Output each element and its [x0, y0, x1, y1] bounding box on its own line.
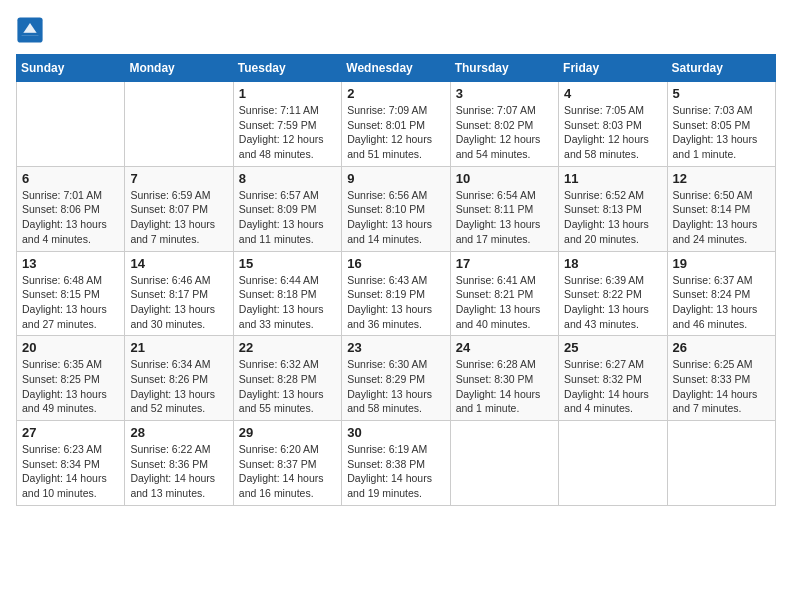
day-number: 10	[456, 171, 553, 186]
calendar-day-cell: 26Sunrise: 6:25 AM Sunset: 8:33 PM Dayli…	[667, 336, 775, 421]
svg-rect-2	[22, 33, 39, 36]
day-info: Sunrise: 6:57 AM Sunset: 8:09 PM Dayligh…	[239, 188, 336, 247]
day-number: 27	[22, 425, 119, 440]
day-info: Sunrise: 6:19 AM Sunset: 8:38 PM Dayligh…	[347, 442, 444, 501]
day-number: 8	[239, 171, 336, 186]
calendar-day-cell: 2Sunrise: 7:09 AM Sunset: 8:01 PM Daylig…	[342, 82, 450, 167]
day-number: 20	[22, 340, 119, 355]
calendar-day-cell: 6Sunrise: 7:01 AM Sunset: 8:06 PM Daylig…	[17, 166, 125, 251]
calendar-week-row: 27Sunrise: 6:23 AM Sunset: 8:34 PM Dayli…	[17, 421, 776, 506]
calendar-day-cell	[559, 421, 667, 506]
weekday-header: Thursday	[450, 55, 558, 82]
day-info: Sunrise: 6:28 AM Sunset: 8:30 PM Dayligh…	[456, 357, 553, 416]
calendar-day-cell	[17, 82, 125, 167]
page-header	[16, 16, 776, 44]
day-number: 24	[456, 340, 553, 355]
day-number: 9	[347, 171, 444, 186]
calendar-day-cell: 21Sunrise: 6:34 AM Sunset: 8:26 PM Dayli…	[125, 336, 233, 421]
calendar-day-cell: 22Sunrise: 6:32 AM Sunset: 8:28 PM Dayli…	[233, 336, 341, 421]
day-number: 25	[564, 340, 661, 355]
calendar-day-cell: 12Sunrise: 6:50 AM Sunset: 8:14 PM Dayli…	[667, 166, 775, 251]
day-info: Sunrise: 7:03 AM Sunset: 8:05 PM Dayligh…	[673, 103, 770, 162]
calendar-day-cell: 25Sunrise: 6:27 AM Sunset: 8:32 PM Dayli…	[559, 336, 667, 421]
calendar-day-cell: 8Sunrise: 6:57 AM Sunset: 8:09 PM Daylig…	[233, 166, 341, 251]
day-info: Sunrise: 6:59 AM Sunset: 8:07 PM Dayligh…	[130, 188, 227, 247]
day-number: 16	[347, 256, 444, 271]
day-info: Sunrise: 6:56 AM Sunset: 8:10 PM Dayligh…	[347, 188, 444, 247]
day-info: Sunrise: 6:50 AM Sunset: 8:14 PM Dayligh…	[673, 188, 770, 247]
day-info: Sunrise: 7:05 AM Sunset: 8:03 PM Dayligh…	[564, 103, 661, 162]
day-number: 6	[22, 171, 119, 186]
day-info: Sunrise: 6:44 AM Sunset: 8:18 PM Dayligh…	[239, 273, 336, 332]
day-number: 4	[564, 86, 661, 101]
day-info: Sunrise: 6:23 AM Sunset: 8:34 PM Dayligh…	[22, 442, 119, 501]
calendar-day-cell: 18Sunrise: 6:39 AM Sunset: 8:22 PM Dayli…	[559, 251, 667, 336]
calendar-day-cell: 29Sunrise: 6:20 AM Sunset: 8:37 PM Dayli…	[233, 421, 341, 506]
calendar-day-cell: 16Sunrise: 6:43 AM Sunset: 8:19 PM Dayli…	[342, 251, 450, 336]
day-info: Sunrise: 6:32 AM Sunset: 8:28 PM Dayligh…	[239, 357, 336, 416]
calendar-week-row: 1Sunrise: 7:11 AM Sunset: 7:59 PM Daylig…	[17, 82, 776, 167]
day-info: Sunrise: 6:54 AM Sunset: 8:11 PM Dayligh…	[456, 188, 553, 247]
day-number: 15	[239, 256, 336, 271]
day-info: Sunrise: 6:27 AM Sunset: 8:32 PM Dayligh…	[564, 357, 661, 416]
day-info: Sunrise: 6:43 AM Sunset: 8:19 PM Dayligh…	[347, 273, 444, 332]
calendar-day-cell: 1Sunrise: 7:11 AM Sunset: 7:59 PM Daylig…	[233, 82, 341, 167]
day-number: 14	[130, 256, 227, 271]
calendar-day-cell: 30Sunrise: 6:19 AM Sunset: 8:38 PM Dayli…	[342, 421, 450, 506]
calendar-day-cell: 5Sunrise: 7:03 AM Sunset: 8:05 PM Daylig…	[667, 82, 775, 167]
day-number: 30	[347, 425, 444, 440]
weekday-header: Sunday	[17, 55, 125, 82]
calendar-day-cell: 10Sunrise: 6:54 AM Sunset: 8:11 PM Dayli…	[450, 166, 558, 251]
calendar-day-cell	[125, 82, 233, 167]
day-info: Sunrise: 6:41 AM Sunset: 8:21 PM Dayligh…	[456, 273, 553, 332]
calendar-day-cell: 27Sunrise: 6:23 AM Sunset: 8:34 PM Dayli…	[17, 421, 125, 506]
weekday-header: Saturday	[667, 55, 775, 82]
day-number: 18	[564, 256, 661, 271]
calendar-day-cell: 19Sunrise: 6:37 AM Sunset: 8:24 PM Dayli…	[667, 251, 775, 336]
calendar-day-cell: 14Sunrise: 6:46 AM Sunset: 8:17 PM Dayli…	[125, 251, 233, 336]
calendar-day-cell: 17Sunrise: 6:41 AM Sunset: 8:21 PM Dayli…	[450, 251, 558, 336]
day-number: 23	[347, 340, 444, 355]
day-number: 29	[239, 425, 336, 440]
day-info: Sunrise: 6:25 AM Sunset: 8:33 PM Dayligh…	[673, 357, 770, 416]
calendar-header-row: SundayMondayTuesdayWednesdayThursdayFrid…	[17, 55, 776, 82]
day-number: 5	[673, 86, 770, 101]
day-info: Sunrise: 6:39 AM Sunset: 8:22 PM Dayligh…	[564, 273, 661, 332]
calendar-week-row: 20Sunrise: 6:35 AM Sunset: 8:25 PM Dayli…	[17, 336, 776, 421]
day-info: Sunrise: 6:30 AM Sunset: 8:29 PM Dayligh…	[347, 357, 444, 416]
calendar-day-cell: 3Sunrise: 7:07 AM Sunset: 8:02 PM Daylig…	[450, 82, 558, 167]
weekday-header: Monday	[125, 55, 233, 82]
calendar-day-cell	[450, 421, 558, 506]
weekday-header: Friday	[559, 55, 667, 82]
day-number: 3	[456, 86, 553, 101]
day-number: 12	[673, 171, 770, 186]
day-number: 7	[130, 171, 227, 186]
weekday-header: Wednesday	[342, 55, 450, 82]
day-info: Sunrise: 6:22 AM Sunset: 8:36 PM Dayligh…	[130, 442, 227, 501]
calendar-table: SundayMondayTuesdayWednesdayThursdayFrid…	[16, 54, 776, 506]
day-number: 2	[347, 86, 444, 101]
calendar-day-cell: 13Sunrise: 6:48 AM Sunset: 8:15 PM Dayli…	[17, 251, 125, 336]
calendar-week-row: 13Sunrise: 6:48 AM Sunset: 8:15 PM Dayli…	[17, 251, 776, 336]
day-info: Sunrise: 6:37 AM Sunset: 8:24 PM Dayligh…	[673, 273, 770, 332]
day-info: Sunrise: 7:09 AM Sunset: 8:01 PM Dayligh…	[347, 103, 444, 162]
day-info: Sunrise: 6:35 AM Sunset: 8:25 PM Dayligh…	[22, 357, 119, 416]
logo-icon	[16, 16, 44, 44]
day-info: Sunrise: 6:52 AM Sunset: 8:13 PM Dayligh…	[564, 188, 661, 247]
day-info: Sunrise: 6:46 AM Sunset: 8:17 PM Dayligh…	[130, 273, 227, 332]
day-info: Sunrise: 7:11 AM Sunset: 7:59 PM Dayligh…	[239, 103, 336, 162]
day-number: 11	[564, 171, 661, 186]
day-number: 13	[22, 256, 119, 271]
calendar-day-cell: 23Sunrise: 6:30 AM Sunset: 8:29 PM Dayli…	[342, 336, 450, 421]
day-number: 21	[130, 340, 227, 355]
calendar-day-cell	[667, 421, 775, 506]
day-number: 19	[673, 256, 770, 271]
calendar-day-cell: 9Sunrise: 6:56 AM Sunset: 8:10 PM Daylig…	[342, 166, 450, 251]
day-number: 22	[239, 340, 336, 355]
day-info: Sunrise: 6:48 AM Sunset: 8:15 PM Dayligh…	[22, 273, 119, 332]
day-number: 26	[673, 340, 770, 355]
day-info: Sunrise: 7:01 AM Sunset: 8:06 PM Dayligh…	[22, 188, 119, 247]
calendar-day-cell: 24Sunrise: 6:28 AM Sunset: 8:30 PM Dayli…	[450, 336, 558, 421]
weekday-header: Tuesday	[233, 55, 341, 82]
calendar-day-cell: 20Sunrise: 6:35 AM Sunset: 8:25 PM Dayli…	[17, 336, 125, 421]
